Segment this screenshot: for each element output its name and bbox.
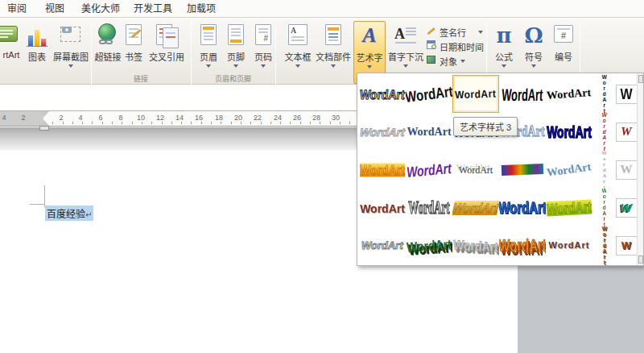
wordart-style-18[interactable]: WordArt	[499, 151, 546, 189]
ruler-number: 14	[173, 114, 186, 122]
first-line-indent-marker[interactable]	[39, 111, 49, 117]
dropdown-arrow-icon	[502, 64, 506, 68]
text-boundary-mark	[44, 185, 45, 207]
wordart-style-29[interactable]: WordArt	[359, 226, 406, 264]
quickparts-button[interactable]: 文档部件	[315, 21, 352, 84]
tab-addins[interactable]: 加载项	[184, 0, 219, 18]
signature-line-button[interactable]: 签名行	[425, 24, 488, 37]
dropdown-arrow-icon	[68, 64, 73, 68]
dropdown-arrow-icon	[460, 60, 465, 63]
ruler-number: 2	[17, 114, 30, 122]
ruler-number: 4	[0, 114, 10, 122]
chart-icon	[24, 23, 50, 48]
tab-review[interactable]: 审阅	[3, 0, 31, 18]
hanging-indent-marker[interactable]	[39, 120, 49, 126]
wordart-style-30[interactable]: WordArt	[406, 226, 452, 264]
dropcap-label: 首字下沉	[381, 50, 431, 63]
paragraph-mark: ↵	[85, 210, 92, 219]
gallery-scrollbar[interactable]	[637, 73, 643, 265]
date-time-button[interactable]: 日期和时间	[425, 39, 488, 52]
group-label-links: 链接	[91, 73, 191, 83]
wordart-style-31[interactable]: WordArt	[452, 226, 499, 264]
dropdown-arrow-icon	[367, 65, 372, 69]
wordart-style-20[interactable]: WordArt	[596, 151, 612, 189]
wordart-style-32[interactable]: WordArt	[499, 226, 546, 264]
gallery-tooltip: 艺术字样式 3	[453, 117, 518, 136]
screenshot-icon	[58, 23, 84, 48]
wordart-style-3-selected[interactable]: WordArt	[452, 75, 499, 113]
footer-icon	[223, 23, 249, 48]
dropdown-arrow-icon	[261, 64, 266, 68]
wordart-style-14[interactable]: W	[614, 113, 638, 151]
ruler-number: 6	[94, 114, 107, 122]
wordart-style-27[interactable]: WordArt	[596, 189, 612, 226]
wordart-style-4[interactable]: WordArt	[499, 75, 546, 113]
signature-line-label: 签名行	[440, 26, 466, 39]
wordart-style-24[interactable]: WordArt	[452, 189, 499, 226]
wordart-style-35[interactable]: W	[614, 226, 638, 264]
dropdown-arrow-icon	[331, 64, 336, 68]
ruler-number: 18	[213, 114, 225, 122]
wordart-style-7[interactable]: W	[614, 75, 638, 113]
dropdown-arrow-icon	[478, 31, 483, 34]
scroll-up-button[interactable]	[638, 75, 643, 83]
ruler-number: 22	[251, 114, 264, 122]
ribbon-tab-bar: 审阅 视图 美化大师 开发工具 加载项	[0, 0, 644, 18]
crossref-icon	[154, 23, 180, 48]
group-label-header-footer: 页眉和页脚	[191, 73, 275, 83]
object-label: 对象	[440, 55, 457, 68]
selected-text[interactable]: 百度经验↵	[45, 206, 93, 221]
object-icon	[427, 54, 437, 64]
document-text: 百度经验	[47, 209, 85, 220]
quickparts-icon	[320, 23, 346, 48]
ruler-number: 28	[310, 114, 323, 122]
smartart-icon	[0, 23, 23, 48]
wordart-style-12[interactable]: WordArt	[546, 113, 592, 151]
wordart-style-17[interactable]: WordArt	[452, 151, 499, 189]
ruler-number: 4	[74, 114, 87, 122]
date-time-label: 日期和时间	[440, 40, 484, 53]
ruler-number: 16	[192, 114, 205, 122]
wordart-style-15[interactable]: WordArt	[359, 151, 406, 189]
date-time-icon	[427, 39, 437, 50]
ruler-number: 2	[55, 114, 68, 122]
wordart-style-21[interactable]: W	[614, 151, 638, 189]
wordart-style-1[interactable]: WordArt	[359, 75, 406, 113]
left-indent-marker[interactable]	[39, 126, 49, 131]
header-icon	[196, 23, 221, 48]
wordart-gallery-popup: WordArt WordArt WordArt WordArt WordArt …	[357, 73, 644, 266]
page-number-icon: #	[250, 23, 276, 48]
tab-view[interactable]: 视图	[41, 0, 68, 18]
wordart-style-16[interactable]: WordArt	[406, 151, 452, 189]
wordart-style-33[interactable]: WordArt	[546, 226, 592, 264]
wordart-style-34[interactable]: WordArt	[596, 226, 612, 264]
ruler-ticks	[43, 122, 357, 124]
object-button[interactable]: 对象	[425, 53, 488, 66]
wordart-style-22[interactable]: WordArt	[359, 189, 406, 226]
numbering-icon: #	[551, 23, 576, 48]
numbering-label: 编号	[543, 50, 584, 63]
wordart-style-23[interactable]: WordArt	[406, 189, 452, 226]
wordart-style-13[interactable]: WordArt	[596, 113, 612, 151]
bookmark-icon	[121, 23, 147, 48]
scroll-down-button[interactable]	[638, 255, 643, 264]
signature-icon	[427, 25, 437, 35]
dropdown-arrow-icon	[206, 64, 211, 68]
wordart-style-9[interactable]: WordArt	[406, 113, 452, 151]
tab-developer[interactable]: 开发工具	[130, 0, 175, 18]
wordart-style-6[interactable]: WordArt	[596, 75, 612, 113]
wordart-style-26[interactable]: WordArt	[546, 189, 592, 226]
ruler-number: 10	[134, 114, 147, 122]
textbox-icon: A	[285, 23, 311, 48]
dropdown-arrow-icon	[295, 64, 300, 68]
wordart-style-19[interactable]: WordArt	[546, 151, 592, 189]
wordart-style-28[interactable]: W	[614, 189, 638, 226]
wordart-style-5[interactable]: WordArt	[546, 75, 592, 113]
wordart-style-2[interactable]: WordArt	[406, 75, 452, 113]
screenshot-button[interactable]: 屏幕截图	[51, 21, 91, 84]
dropdown-arrow-icon	[403, 64, 408, 68]
wordart-style-8[interactable]: WordArt	[359, 113, 406, 151]
tab-beautify[interactable]: 美化大师	[78, 0, 123, 18]
ruler-number: 30	[329, 114, 342, 122]
wordart-style-25[interactable]: WordArt	[499, 189, 546, 226]
